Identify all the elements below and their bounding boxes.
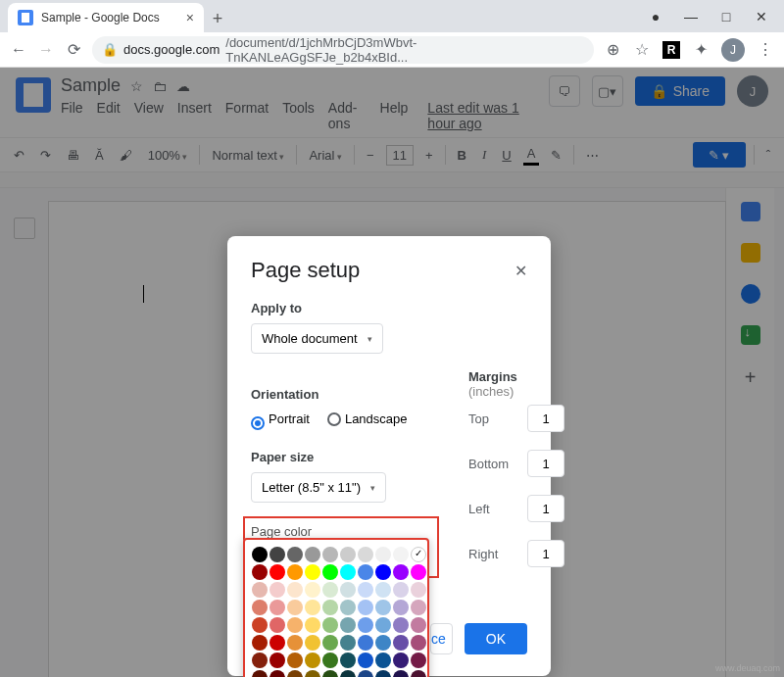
color-swatch[interactable]	[411, 617, 426, 633]
margin-bottom-input[interactable]	[527, 450, 564, 477]
color-swatch[interactable]	[270, 547, 285, 562]
color-swatch[interactable]	[393, 564, 409, 580]
chrome-menu-icon[interactable]: ⋮	[757, 40, 774, 59]
color-swatch[interactable]	[305, 635, 320, 651]
extension-r-icon[interactable]: R	[662, 41, 680, 59]
color-swatch[interactable]	[411, 582, 426, 598]
color-swatch[interactable]	[340, 600, 356, 615]
color-swatch[interactable]	[375, 617, 391, 633]
color-swatch[interactable]	[358, 547, 373, 562]
close-window-button[interactable]: ✕	[753, 9, 770, 24]
color-swatch[interactable]	[358, 582, 373, 598]
url-input[interactable]: 🔒 docs.google.com/document/d/1jchMrbCjD3…	[92, 36, 594, 64]
color-swatch[interactable]	[252, 600, 268, 615]
profile-avatar[interactable]: J	[721, 38, 745, 62]
bookmark-icon[interactable]: ☆	[633, 40, 651, 59]
color-swatch[interactable]	[305, 547, 320, 562]
margin-right-input[interactable]	[527, 540, 564, 567]
color-swatch[interactable]	[411, 635, 426, 651]
forward-button[interactable]: →	[37, 41, 55, 59]
color-swatch[interactable]	[287, 653, 303, 668]
zoom-icon[interactable]: ⊕	[604, 40, 621, 59]
color-swatch[interactable]	[287, 564, 303, 580]
color-swatch[interactable]	[393, 582, 409, 598]
color-swatch[interactable]	[340, 670, 356, 677]
color-swatch[interactable]	[270, 670, 285, 677]
margin-top-input[interactable]	[527, 405, 564, 432]
color-swatch[interactable]	[340, 547, 356, 562]
close-tab-icon[interactable]: ×	[186, 10, 194, 25]
orientation-portrait-radio[interactable]: Portrait	[251, 411, 310, 430]
browser-tab[interactable]: Sample - Google Docs ×	[8, 3, 204, 32]
orientation-landscape-radio[interactable]: Landscape	[327, 411, 408, 430]
color-swatch[interactable]	[411, 653, 426, 668]
color-swatch[interactable]	[375, 670, 391, 677]
color-swatch[interactable]	[393, 653, 409, 668]
margin-left-input[interactable]	[527, 495, 564, 522]
color-swatch[interactable]	[375, 547, 391, 562]
color-swatch[interactable]	[358, 670, 373, 677]
color-swatch[interactable]	[252, 582, 268, 598]
color-swatch[interactable]	[411, 600, 426, 615]
minimize-button[interactable]: —	[682, 9, 700, 24]
color-swatch[interactable]	[411, 670, 426, 677]
paper-size-select[interactable]: Letter (8.5" x 11")	[251, 472, 386, 503]
color-swatch[interactable]	[393, 670, 409, 677]
color-swatch[interactable]	[340, 653, 356, 668]
color-swatch[interactable]	[305, 653, 320, 668]
maximize-button[interactable]: □	[717, 9, 735, 24]
color-swatch[interactable]	[287, 635, 303, 651]
color-swatch[interactable]	[252, 564, 268, 580]
color-swatch[interactable]	[252, 670, 268, 677]
color-swatch[interactable]	[393, 600, 409, 615]
color-swatch[interactable]	[322, 600, 338, 615]
color-swatch[interactable]	[287, 582, 303, 598]
back-button[interactable]: ←	[10, 41, 27, 59]
color-swatch[interactable]	[270, 653, 285, 668]
color-swatch[interactable]	[270, 600, 285, 615]
color-swatch[interactable]	[393, 547, 409, 562]
color-swatch[interactable]	[375, 600, 391, 615]
apply-to-select[interactable]: Whole document	[251, 323, 383, 354]
color-swatch[interactable]	[270, 582, 285, 598]
color-swatch[interactable]	[358, 617, 373, 633]
color-swatch[interactable]	[322, 653, 338, 668]
color-swatch[interactable]	[393, 635, 409, 651]
color-swatch[interactable]	[322, 547, 338, 562]
color-swatch[interactable]	[375, 635, 391, 651]
color-swatch[interactable]	[340, 564, 356, 580]
color-swatch[interactable]	[322, 670, 338, 677]
color-swatch[interactable]	[358, 564, 373, 580]
color-swatch[interactable]	[322, 564, 338, 580]
cancel-button-fragment[interactable]: ce	[430, 623, 453, 654]
extensions-icon[interactable]: ✦	[692, 40, 710, 59]
color-swatch[interactable]	[305, 582, 320, 598]
color-swatch[interactable]	[393, 617, 409, 633]
color-swatch[interactable]	[322, 582, 338, 598]
color-swatch[interactable]	[375, 582, 391, 598]
color-swatch[interactable]	[358, 653, 373, 668]
color-swatch[interactable]	[252, 617, 268, 633]
color-swatch[interactable]	[305, 617, 320, 633]
color-swatch[interactable]	[340, 635, 356, 651]
color-swatch[interactable]	[287, 547, 303, 562]
color-swatch[interactable]	[411, 547, 426, 562]
color-swatch[interactable]	[411, 564, 426, 580]
color-swatch[interactable]	[305, 564, 320, 580]
color-swatch[interactable]	[270, 617, 285, 633]
reload-button[interactable]: ⟳	[65, 40, 82, 59]
color-swatch[interactable]	[287, 670, 303, 677]
color-swatch[interactable]	[340, 617, 356, 633]
color-swatch[interactable]	[340, 582, 356, 598]
color-swatch[interactable]	[322, 635, 338, 651]
color-swatch[interactable]	[305, 600, 320, 615]
dialog-close-button[interactable]: ✕	[514, 262, 527, 280]
color-swatch[interactable]	[305, 670, 320, 677]
color-swatch[interactable]	[252, 635, 268, 651]
color-swatch[interactable]	[270, 564, 285, 580]
color-swatch[interactable]	[287, 600, 303, 615]
new-tab-button[interactable]: +	[204, 5, 231, 32]
color-swatch[interactable]	[270, 635, 285, 651]
color-swatch[interactable]	[287, 617, 303, 633]
color-swatch[interactable]	[252, 653, 268, 668]
